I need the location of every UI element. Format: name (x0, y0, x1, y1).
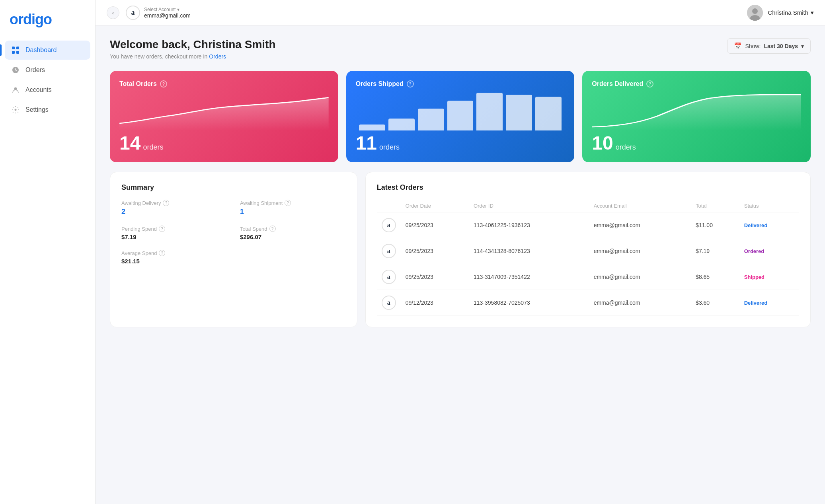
orders-link[interactable]: Orders (209, 53, 226, 60)
chevron-left-icon: ‹ (112, 10, 114, 16)
total-orders-info-icon[interactable]: ? (160, 80, 167, 88)
user-name-label: Christina Smith ▾ (768, 9, 814, 16)
order-amazon-icon: a (377, 264, 401, 290)
sidebar-nav: Dashboard Orders Accounts (0, 41, 95, 119)
orders-table: Order Date Order ID Account Email Total … (377, 200, 799, 316)
avatar (747, 5, 763, 21)
table-row[interactable]: a 09/25/2023 114-4341328-8076123 emma@gm… (377, 238, 799, 264)
page-title: Welcome back, Christina Smith (110, 38, 276, 51)
col-total: Total (691, 200, 739, 212)
topbar: ‹ a Select Account ▾ emma@gmail.com (96, 0, 825, 25)
sidebar-item-accounts[interactable]: Accounts (5, 80, 90, 99)
order-total: $11.00 (691, 212, 739, 238)
order-status: Delivered (739, 212, 799, 238)
bottom-row: Summary Awaiting Delivery ? 2 Awaiting S… (110, 172, 811, 327)
total-orders-unit: orders (143, 143, 163, 151)
select-account-label: Select Account ▾ (144, 7, 191, 12)
bar-3 (418, 109, 444, 130)
topbar-left: ‹ a Select Account ▾ emma@gmail.com (107, 6, 191, 20)
summary-title: Summary (121, 183, 346, 192)
latest-orders-title: Latest Orders (377, 183, 799, 192)
order-date: 09/25/2023 (401, 264, 469, 290)
grid-icon (11, 46, 20, 54)
col-icon (377, 200, 401, 212)
order-email: emma@gmail.com (589, 290, 691, 316)
account-info: Select Account ▾ emma@gmail.com (144, 7, 191, 19)
summary-panel: Summary Awaiting Delivery ? 2 Awaiting S… (110, 172, 357, 327)
page-title-area: Welcome back, Christina Smith You have n… (110, 38, 276, 60)
stat-card-total-orders: Total Orders ? (110, 71, 338, 162)
date-range-button[interactable]: 📅 Show: Last 30 Days ▾ (727, 38, 811, 54)
sidebar-toggle-button[interactable]: ‹ (107, 6, 119, 19)
main-area: ‹ a Select Account ▾ emma@gmail.com (96, 0, 825, 504)
total-orders-chart (119, 88, 329, 130)
page-content: Welcome back, Christina Smith You have n… (96, 25, 825, 504)
account-email: emma@gmail.com (144, 12, 191, 19)
order-amazon-icon: a (377, 290, 401, 316)
orders-icon (11, 66, 20, 74)
orders-delivered-info-icon[interactable]: ? (646, 80, 653, 88)
sidebar-label-dashboard: Dashboard (25, 47, 57, 54)
col-order-id: Order ID (469, 200, 589, 212)
col-order-date: Order Date (401, 200, 469, 212)
bar-7 (535, 97, 562, 130)
summary-item-pending-spend: Pending Spend ? $7.19 (121, 226, 227, 240)
user-profile-button[interactable]: Christina Smith ▾ (747, 5, 814, 21)
order-date: 09/25/2023 (401, 238, 469, 264)
dropdown-arrow-icon: ▾ (801, 43, 804, 49)
table-row[interactable]: a 09/25/2023 113-3147009-7351422 emma@gm… (377, 264, 799, 290)
calendar-icon: 📅 (734, 42, 742, 50)
summary-item-awaiting-shipment: Awaiting Shipment ? 1 (240, 200, 346, 216)
page-subtitle: You have new orders, checkout more in Or… (110, 53, 276, 60)
svg-rect-1 (16, 47, 19, 49)
order-id: 114-4341328-8076123 (469, 238, 589, 264)
pending-spend-info-icon[interactable]: ? (159, 226, 165, 232)
order-id: 113-3147009-7351422 (469, 264, 589, 290)
bar-1 (359, 125, 385, 130)
orders-shipped-info-icon[interactable]: ? (407, 80, 414, 88)
summary-item-awaiting-delivery: Awaiting Delivery ? 2 (121, 200, 227, 216)
awaiting-delivery-info-icon[interactable]: ? (163, 200, 169, 206)
order-amazon-icon: a (377, 238, 401, 264)
order-total: $3.60 (691, 290, 739, 316)
average-spend-info-icon[interactable]: ? (159, 250, 165, 256)
sidebar-item-settings[interactable]: Settings (5, 100, 90, 119)
order-status: Shipped (739, 264, 799, 290)
table-row[interactable]: a 09/12/2023 113-3958082-7025073 emma@gm… (377, 290, 799, 316)
total-spend-info-icon[interactable]: ? (269, 226, 276, 232)
stat-card-orders-delivered: Orders Delivered ? (582, 71, 811, 162)
order-total: $7.19 (691, 238, 739, 264)
sidebar-label-settings: Settings (25, 106, 49, 113)
sidebar-item-dashboard[interactable]: Dashboard (5, 41, 90, 60)
svg-rect-0 (12, 47, 15, 49)
table-row[interactable]: a 09/25/2023 113-4061225-1936123 emma@gm… (377, 212, 799, 238)
awaiting-shipment-value: 1 (240, 208, 346, 216)
settings-icon (11, 105, 20, 114)
order-amazon-icon: a (377, 212, 401, 238)
order-date: 09/25/2023 (401, 212, 469, 238)
account-selector[interactable]: a Select Account ▾ emma@gmail.com (126, 6, 191, 20)
order-id: 113-3958082-7025073 (469, 290, 589, 316)
stat-card-orders-shipped: Orders Shipped ? 11orders (346, 71, 575, 162)
order-id: 113-4061225-1936123 (469, 212, 589, 238)
summary-grid: Awaiting Delivery ? 2 Awaiting Shipment … (121, 200, 346, 265)
order-email: emma@gmail.com (589, 238, 691, 264)
orders-shipped-unit: orders (379, 143, 400, 151)
awaiting-shipment-info-icon[interactable]: ? (285, 200, 291, 206)
page-header: Welcome back, Christina Smith You have n… (110, 38, 811, 60)
stat-title-orders-shipped: Orders Shipped ? (356, 80, 565, 88)
bar-4 (447, 101, 474, 130)
order-total: $8.65 (691, 264, 739, 290)
sidebar: ordigo Dashboard Orders (0, 0, 96, 504)
sidebar-item-orders[interactable]: Orders (5, 60, 90, 80)
bar-6 (506, 95, 532, 130)
col-status: Status (739, 200, 799, 212)
accounts-icon (11, 86, 20, 94)
svg-rect-3 (16, 51, 19, 54)
col-account-email: Account Email (589, 200, 691, 212)
orders-delivered-unit: orders (616, 143, 636, 151)
order-email: emma@gmail.com (589, 264, 691, 290)
summary-item-average-spend: Average Spend ? $21.15 (121, 250, 346, 265)
awaiting-delivery-value: 2 (121, 208, 227, 216)
order-email: emma@gmail.com (589, 212, 691, 238)
